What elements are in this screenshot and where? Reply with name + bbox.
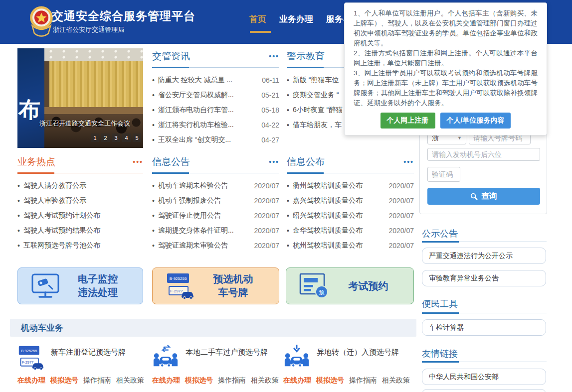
pager-2[interactable]: 2 — [101, 133, 110, 142]
news-item[interactable]: 驾驶人考试预约计划公布 — [17, 208, 143, 223]
pager-1[interactable]: 1 — [91, 133, 99, 142]
link-online-handle[interactable]: 在线办理 — [17, 376, 45, 385]
more-dots-icon[interactable]: ••• — [133, 159, 143, 164]
page-title: 交通安全综合服务管理平台 — [52, 8, 195, 24]
news-item[interactable]: 驾驶人满分教育公示 — [17, 178, 143, 193]
friend-link-partial[interactable] — [422, 389, 546, 392]
column-title: 警示教育 — [287, 50, 325, 63]
pager-3[interactable]: 3 — [112, 133, 120, 142]
news-item[interactable]: 驾驶人审验教育公示 — [17, 193, 143, 208]
news-item[interactable]: 省公安厅交管局权威解...05-21 — [152, 88, 279, 103]
page-subtitle: 浙江省公安厅交通管理局 — [53, 25, 124, 34]
main-nav: 首页 业务办理 服务导航 — [249, 13, 360, 33]
popup-paragraph: 2、注册方式包括窗口注册和网上注册。个人可以通过本平台网上注册，单位只能窗口注册… — [354, 48, 538, 68]
car-transfer-icon — [152, 344, 179, 372]
pager-4[interactable]: 4 — [122, 133, 131, 142]
captcha-input[interactable] — [427, 167, 460, 182]
banner-label: 电子监控违法处理 — [60, 272, 136, 299]
car-transfer-in-icon — [283, 344, 310, 372]
link-guide[interactable]: 操作指南 — [349, 376, 377, 385]
column-title: 业务热点 — [17, 155, 55, 168]
link-mock-select[interactable]: 模拟选号 — [50, 376, 78, 385]
banner-preselect-plate[interactable]: B·925255 F·2977 预选机动车号牌 — [152, 267, 279, 304]
link-policy[interactable]: 相关政策 — [251, 376, 279, 385]
vehicle-section-header: 机动车业务 — [10, 319, 416, 337]
column-title: 信息公布 — [287, 155, 325, 168]
section-title-notices: 公示公告 — [422, 228, 458, 240]
news-item[interactable]: 逾期提交身体条件证明...2020/07 — [152, 223, 279, 238]
search-icon — [470, 193, 478, 200]
more-dots-icon[interactable]: ••• — [403, 159, 414, 164]
link-online-handle[interactable]: 在线办理 — [152, 376, 180, 385]
svg-text:B·925255: B·925255 — [170, 276, 187, 281]
license-plates-icon: B·925255 F·2977 — [17, 344, 44, 372]
section-rule — [422, 241, 547, 243]
friend-link[interactable]: 中华人民共和国公安部 — [422, 369, 546, 385]
engine-number-input[interactable] — [427, 148, 540, 161]
link-policy[interactable]: 相关政策 — [382, 376, 410, 385]
license-plates-icon: B·925255 F·2977 — [166, 271, 194, 300]
link-guide[interactable]: 操作指南 — [83, 376, 111, 385]
carousel-photo — [44, 48, 143, 148]
news-carousel[interactable]: 布 浙江召开道路交通安全工作会议 1 2 3 4 5 — [17, 48, 143, 148]
link-policy[interactable]: 相关政策 — [116, 376, 144, 385]
pager-5[interactable]: 5 — [133, 133, 141, 142]
column-rule — [287, 172, 414, 174]
news-item[interactable]: 王双全出席 “创文明交...04-27 — [152, 132, 279, 147]
column-title: 信息公告 — [152, 155, 190, 168]
link-mock-select[interactable]: 模拟选号 — [316, 376, 344, 385]
news-item[interactable]: 驾驶证逾期未审验公告2020/07 — [152, 238, 279, 253]
news-item[interactable]: 机动车强制报废公告2020/07 — [152, 193, 279, 208]
svg-text:预: 预 — [319, 289, 325, 295]
exam-document-icon: 预 — [299, 272, 330, 299]
banner-label: 考试预约 — [330, 279, 406, 293]
query-button[interactable]: 查询 — [427, 188, 540, 205]
news-item[interactable]: 金华驾校培训质量公布2020/07 — [287, 223, 414, 238]
svg-text:F·2977: F·2977 — [22, 360, 34, 365]
news-item[interactable]: 驾驶人考试预约结果公布 — [17, 223, 143, 238]
service-used-car-transfer: 本地二手车过户预选号牌 在线办理 模拟选号 操作指南 相关政策 — [152, 344, 281, 385]
banner-exam-appointment[interactable]: 预 考试预约 — [286, 267, 414, 304]
service-title: 异地转（迁）入预选号牌 — [317, 344, 401, 372]
news-item[interactable]: 浙江颁布电动自行车管...05-18 — [152, 103, 279, 118]
news-item[interactable]: 互联网预选号牌号池公布 — [17, 238, 143, 253]
service-title: 新车注册登记预选号牌 — [51, 344, 136, 372]
more-dots-icon[interactable]: ••• — [269, 54, 279, 59]
notice-link[interactable]: 严重交通违法行为公开公示 — [422, 248, 546, 264]
carousel-poster-strip: 布 — [17, 48, 44, 148]
column-traffic-news: 交管资讯 ••• 防重大 控较大 减总量 ...06-11 省公安厅交管局权威解… — [152, 50, 279, 147]
news-item[interactable]: 机动车逾期未检验公告2020/07 — [152, 178, 279, 193]
news-item[interactable]: 嘉兴驾校培训质量公布2020/07 — [287, 193, 414, 208]
nav-item-business[interactable]: 业务办理 — [279, 13, 313, 33]
section-title: 机动车业务 — [21, 322, 63, 334]
news-item[interactable]: 杭州驾校培训质量公布2020/07 — [287, 238, 414, 253]
news-item[interactable]: 浙江将实行机动车检验...04-22 — [152, 118, 279, 132]
monitor-camera-icon — [31, 273, 60, 299]
news-item[interactable]: 绍兴驾校培训质量公布2020/07 — [287, 208, 414, 223]
service-content-button[interactable]: 个人/单位服务内容 — [440, 113, 511, 129]
banner-surveillance-violation[interactable]: 电子监控违法处理 — [17, 267, 143, 304]
section-rule — [422, 361, 547, 363]
tool-link[interactable]: 车检计算器 — [422, 319, 546, 336]
news-item[interactable]: 驾驶证停止使用公告2020/07 — [152, 208, 279, 223]
link-guide[interactable]: 操作指南 — [218, 376, 246, 385]
news-item[interactable]: 衢州驾校培训质量公布2020/07 — [287, 178, 414, 193]
column-title: 交管资讯 — [152, 50, 190, 63]
service-new-car-plate: B·925255 F·2977 新车注册登记预选号牌 在线办理 模拟选号 操作指… — [17, 344, 146, 385]
section-title-tools: 便民工具 — [422, 298, 458, 310]
column-rule — [152, 172, 279, 174]
personal-online-register-button[interactable]: 个人网上注册 — [381, 113, 435, 129]
column-info-publish: 信息公布 ••• 衢州驾校培训质量公布2020/07 嘉兴驾校培训质量公布202… — [287, 156, 414, 253]
section-rule — [422, 312, 547, 314]
link-online-handle[interactable]: 在线办理 — [283, 376, 311, 385]
carousel-caption: 浙江召开道路交通安全工作会议 — [39, 119, 130, 128]
poster-character: 布 — [18, 95, 40, 125]
section-title-links: 友情链接 — [422, 348, 458, 360]
notice-link[interactable]: 审验教育异常业务公告 — [422, 270, 546, 286]
photo-ceiling — [44, 48, 143, 61]
link-mock-select[interactable]: 模拟选号 — [185, 376, 213, 385]
popup-paragraph: 1、个人和单位可以注册用户。个人包括车主（含新购买、未上牌车）、驾驶人，以及在公… — [354, 8, 538, 48]
nav-item-home[interactable]: 首页 — [249, 13, 266, 33]
news-item[interactable]: 防重大 控较大 减总量 ...06-11 — [152, 73, 279, 88]
more-dots-icon[interactable]: ••• — [269, 159, 279, 164]
